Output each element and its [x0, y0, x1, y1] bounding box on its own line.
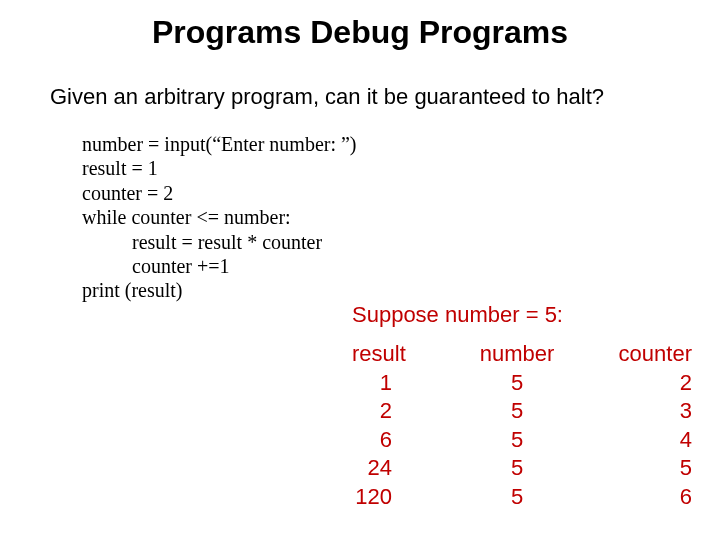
cell-counter: 3 — [572, 397, 692, 426]
cell-counter: 2 — [572, 369, 692, 398]
code-line: while counter <= number: — [82, 206, 291, 228]
cell-result: 6 — [352, 426, 462, 455]
table-row: 120 5 6 — [352, 483, 692, 512]
table-header-row: result number counter — [352, 340, 692, 369]
suppose-text: Suppose number = 5: — [352, 302, 563, 328]
halting-question: Given an arbitrary program, can it be gu… — [50, 84, 604, 110]
code-line: result = 1 — [82, 157, 158, 179]
code-line: counter = 2 — [82, 182, 173, 204]
cell-counter: 6 — [572, 483, 692, 512]
cell-number: 5 — [462, 369, 572, 398]
code-line: number = input(“Enter number: ”) — [82, 133, 357, 155]
header-result: result — [352, 340, 462, 369]
cell-result: 1 — [352, 369, 462, 398]
cell-result: 2 — [352, 397, 462, 426]
code-line: result = result * counter — [82, 231, 322, 253]
cell-number: 5 — [462, 397, 572, 426]
cell-result: 24 — [352, 454, 462, 483]
header-number: number — [462, 340, 572, 369]
cell-result: 120 — [352, 483, 462, 512]
slide-title: Programs Debug Programs — [0, 14, 720, 51]
cell-number: 5 — [462, 483, 572, 512]
trace-table: result number counter 1 5 2 2 5 3 6 5 4 … — [352, 340, 692, 512]
cell-counter: 4 — [572, 426, 692, 455]
table-row: 6 5 4 — [352, 426, 692, 455]
header-counter: counter — [572, 340, 692, 369]
table-row: 2 5 3 — [352, 397, 692, 426]
cell-counter: 5 — [572, 454, 692, 483]
table-row: 24 5 5 — [352, 454, 692, 483]
code-line: print (result) — [82, 279, 183, 301]
code-block: number = input(“Enter number: ”) result … — [82, 132, 357, 303]
cell-number: 5 — [462, 454, 572, 483]
code-line: counter +=1 — [82, 255, 230, 277]
table-row: 1 5 2 — [352, 369, 692, 398]
cell-number: 5 — [462, 426, 572, 455]
